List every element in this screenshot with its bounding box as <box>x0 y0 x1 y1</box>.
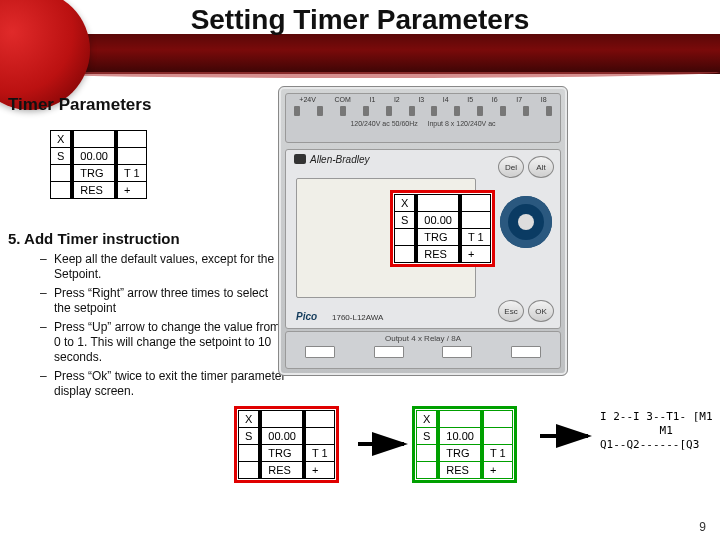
device-bottom-terminal: Output 4 x Relay / 8A <box>285 331 561 369</box>
bullet: Keep all the default values, except for … <box>44 252 286 282</box>
param-box-initial: X S00.00 TRGT 1 RES+ <box>48 128 149 201</box>
cell-setpoint: 00.00 <box>74 148 115 165</box>
bullet: Press “Up” arrow to change the value fro… <box>44 320 286 365</box>
step-heading: 5. Add Timer instruction <box>8 230 180 247</box>
instruction-list: Keep all the default values, except for … <box>44 252 286 403</box>
cell-trg: TRG <box>74 165 115 182</box>
del-button[interactable]: Del <box>498 156 524 178</box>
section-heading: Timer Parameters <box>8 95 151 115</box>
cell-timer: T 1 <box>117 165 146 182</box>
cell-res: RES <box>74 182 115 199</box>
ladder-logic-snippet: I 2--I 3--T1- [M1 M1 Q1--Q2------[Q3 <box>600 410 712 452</box>
arrow-right-icon <box>540 424 596 452</box>
alt-button[interactable]: Alt <box>528 156 554 178</box>
brand-label: Allen-Bradley <box>294 154 369 165</box>
cell-setpoint-result: 10.00 <box>440 428 481 445</box>
param-box-before: X S00.00 TRGT 1 RES+ <box>236 408 337 481</box>
dpad[interactable] <box>500 196 552 248</box>
ok-button[interactable]: OK <box>528 300 554 322</box>
cell-plus: + <box>117 182 146 199</box>
page-number: 9 <box>699 520 706 534</box>
param-box-after: X S10.00 TRGT 1 RES+ <box>414 408 515 481</box>
model-number: 1760-L12AWA <box>332 313 383 322</box>
cell-x: X <box>51 131 71 148</box>
param-box-on-device: X S00.00 TRGT 1 RES+ <box>392 192 493 265</box>
device-top-terminal: +24V COM I1 I2 I3 I4 I5 I6 I7 I8 120/240… <box>285 93 561 143</box>
product-name: Pico <box>296 311 317 322</box>
cell-s: S <box>51 148 71 165</box>
esc-button[interactable]: Esc <box>498 300 524 322</box>
bullet: Press “Right” arrow three times to selec… <box>44 286 286 316</box>
arrow-right-icon <box>358 432 412 460</box>
page-title: Setting Timer Parameters <box>0 4 720 36</box>
bullet: Press “Ok” twice to exit the timer param… <box>44 369 286 399</box>
